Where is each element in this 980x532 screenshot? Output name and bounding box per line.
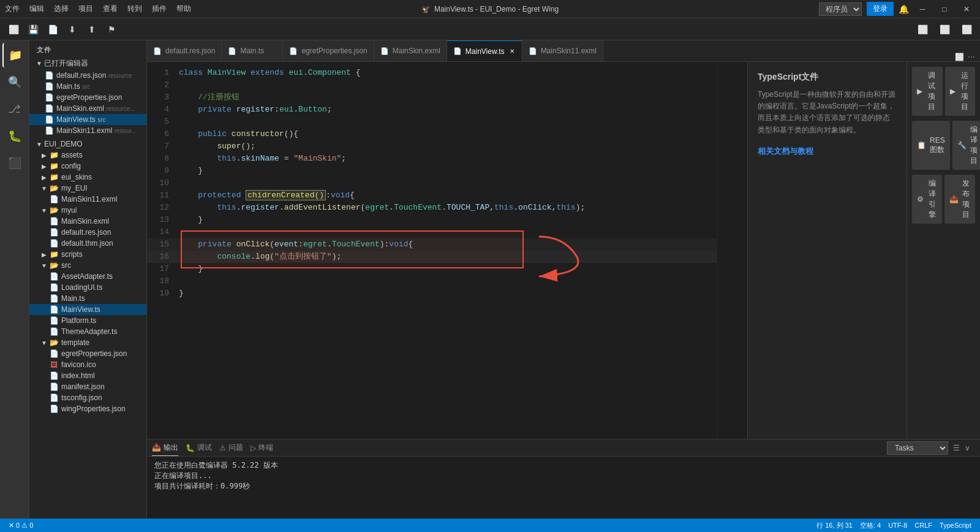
output-line-1: 您正在使用白鹭编译器 5.2.22 版本 [154, 460, 973, 471]
toolbar-new[interactable]: ⬜ [5, 21, 22, 38]
tree-indexhtml[interactable]: 📄 index.html [29, 370, 146, 381]
layout-icon-3[interactable]: ⬜ [958, 21, 975, 38]
tree-themeadapter[interactable]: 📄 ThemeAdapter.ts [29, 326, 146, 337]
toolbar-flag[interactable]: ⚑ [103, 21, 120, 38]
run-project-button[interactable]: ▶ 运行项目 [945, 67, 976, 116]
tree-template[interactable]: ▼ 📂 template [29, 337, 146, 348]
tab-action-split[interactable]: ⬜ [955, 53, 964, 61]
open-file-egretprop[interactable]: 📄 egretProperties.json [29, 92, 146, 103]
menu-view[interactable]: 查看 [103, 4, 118, 14]
tree-maints[interactable]: 📄 Main.ts [29, 293, 146, 304]
compile-engine-button[interactable]: ⚙ 编译引擎 [912, 175, 942, 224]
status-language[interactable]: TypeScript [936, 522, 975, 529]
close-button[interactable]: ✕ [958, 1, 975, 18]
tree-assetadapter[interactable]: 📄 AssetAdapter.ts [29, 271, 146, 282]
restore-button[interactable]: □ [936, 1, 953, 18]
activity-debug[interactable]: 🐛 [2, 124, 27, 148]
bottom-tab-output[interactable]: 📤 输出 [152, 440, 178, 456]
sidebar-open-editors[interactable]: ▼ 已打开编辑器 [29, 57, 146, 70]
tree-platform[interactable]: 📄 Platform.ts [29, 315, 146, 326]
publish-button[interactable]: 📤 发布项目 [944, 175, 976, 224]
task-expand-icon[interactable]: ∨ [965, 444, 970, 452]
file-icon-defaultthm: 📄 [49, 239, 59, 248]
tree-wingprop[interactable]: 📄 wingProperties.json [29, 403, 146, 414]
tab-mainskin[interactable]: 📄 MainSkin.exml [374, 40, 447, 61]
toolbar-redo[interactable]: ⬆ [83, 21, 100, 38]
open-file-egretprop-label: egretProperties.json [56, 93, 146, 102]
toolbar-save[interactable]: 💾 [24, 21, 42, 38]
tree-egretprop[interactable]: 📄 egretProperties.json [29, 348, 146, 359]
activity-extensions[interactable]: ⬛ [2, 151, 27, 175]
bottom-tab-problems[interactable]: ⚠ 问题 [219, 440, 243, 455]
task-list-icon[interactable]: ☰ [953, 444, 960, 452]
tab-close-mainview[interactable]: ✕ [508, 47, 516, 56]
status-line-ending[interactable]: CRLF [911, 522, 936, 529]
tree-my-eui[interactable]: ▼ 📂 my_EUI [29, 183, 146, 194]
login-button[interactable]: 登录 [867, 2, 894, 16]
tree-eui-skins[interactable]: ▶ 📁 eui_skins [29, 172, 146, 183]
tree-scripts[interactable]: ▶ 📁 scripts [29, 249, 146, 260]
bottom-tab-terminal[interactable]: ▷ 终端 [251, 440, 273, 455]
res-button[interactable]: 📋 RES图数 [912, 121, 950, 170]
layout-icon-2[interactable]: ⬜ [936, 21, 953, 38]
tree-tsconfig[interactable]: 📄 tsconfig.json [29, 392, 146, 403]
tree-mainskin[interactable]: 📄 MainSkin.exml [29, 216, 146, 227]
status-errors[interactable]: ✕ 0 ⚠ 0 [5, 522, 37, 530]
toolbar-copy[interactable]: 📄 [44, 21, 61, 38]
menu-project[interactable]: 项目 [78, 4, 93, 14]
project-root[interactable]: ▼ EUI_DEMO [29, 139, 146, 150]
menu-select[interactable]: 选择 [54, 4, 69, 14]
tree-default-thm[interactable]: 📄 default.thm.json [29, 238, 146, 249]
toolbar-undo[interactable]: ⬇ [64, 21, 81, 38]
activity-explorer[interactable]: 📁 [2, 43, 27, 67]
menu-edit[interactable]: 编辑 [29, 4, 44, 14]
tree-assets[interactable]: ▶ 📁 assets [29, 150, 146, 161]
code-area[interactable]: 1 class MainView extends eui.Component {… [147, 62, 717, 439]
bottom-tab-debug[interactable]: 🐛 调试 [186, 440, 212, 455]
debug-project-button[interactable]: ▶ 调试项目 [912, 67, 943, 116]
minimap [717, 62, 747, 439]
activity-git[interactable]: ⎇ [2, 97, 27, 121]
compile-project-button[interactable]: 🔧 编译项目 [952, 121, 980, 170]
line-num-9: 9 [147, 165, 176, 177]
task-selector[interactable]: Tasks [887, 441, 948, 455]
tab-mainskin11[interactable]: 📄 MainSkin11.exml [522, 40, 603, 61]
tree-manifest[interactable]: 📄 manifest.json [29, 381, 146, 392]
tab-label-mainview: MainView.ts [466, 47, 505, 56]
right-panel-link[interactable]: 相关文档与教程 [758, 146, 897, 157]
open-file-default-res[interactable]: 📄 default.res.json resource [29, 70, 146, 81]
tab-default-res[interactable]: 📄 default.res.json [147, 40, 222, 61]
menu-file[interactable]: 文件 [5, 4, 20, 14]
menu-help[interactable]: 帮助 [176, 4, 191, 14]
tab-main[interactable]: 📄 Main.ts [222, 40, 283, 61]
code-line-7: 7 super(); [147, 140, 717, 153]
menu-plugin[interactable]: 插件 [152, 4, 167, 14]
status-spaces[interactable]: 空格: 4 [856, 521, 884, 530]
status-encoding[interactable]: UTF-8 [884, 522, 911, 529]
activity-search[interactable]: 🔍 [2, 70, 27, 94]
tree-loadingui[interactable]: 📄 LoadingUI.ts [29, 282, 146, 293]
app-icon: 🦅 [421, 5, 431, 13]
tree-src[interactable]: ▼ 📂 src [29, 260, 146, 271]
open-file-mainview[interactable]: 📄 MainView.ts src [29, 114, 146, 125]
tab-action-more[interactable]: ⋯ [968, 53, 975, 61]
menu-goto[interactable]: 转到 [127, 4, 142, 14]
minimize-button[interactable]: ─ [914, 1, 931, 18]
tree-config[interactable]: ▶ 📁 config [29, 161, 146, 172]
tab-egretprop[interactable]: 📄 egretProperties.json [283, 40, 374, 61]
tree-default-res[interactable]: 📄 default.res.json [29, 227, 146, 238]
tree-myui[interactable]: ▼ 📂 myui [29, 205, 146, 216]
tree-favicon[interactable]: 🖼 favicon.ico [29, 359, 146, 370]
status-cursor[interactable]: 行 16, 列 31 [813, 521, 856, 530]
open-file-mainskin11[interactable]: 📄 MainSkin11.exml resour... [29, 125, 146, 136]
status-bar: ✕ 0 ⚠ 0 行 16, 列 31 空格: 4 UTF-8 CRLF Type… [0, 519, 980, 532]
line-content-4: private register:eui.Button; [176, 104, 717, 116]
layout-icon-1[interactable]: ⬜ [914, 21, 931, 38]
notification-icon[interactable]: 🔔 [899, 4, 909, 14]
tree-mainskin11[interactable]: 📄 MainSkin11.exml [29, 194, 146, 205]
tree-mainviewts[interactable]: 📄 MainView.ts [29, 304, 146, 315]
user-selector[interactable]: 程序员 [819, 2, 862, 16]
tab-mainview[interactable]: 📄 MainView.ts ✕ [447, 40, 522, 61]
open-file-main[interactable]: 📄 Main.ts src [29, 81, 146, 92]
open-file-mainskin[interactable]: 📄 MainSkin.exml resource... [29, 103, 146, 114]
